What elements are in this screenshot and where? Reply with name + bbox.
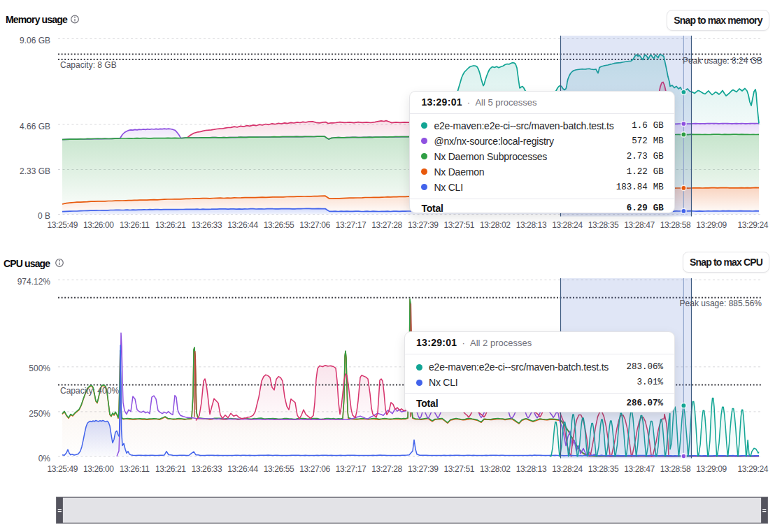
svg-text:13:27:17: 13:27:17 bbox=[336, 220, 367, 230]
svg-text:13:26:44: 13:26:44 bbox=[227, 464, 258, 474]
svg-text:13:27:06: 13:27:06 bbox=[299, 220, 330, 230]
svg-text:13:28:35: 13:28:35 bbox=[588, 464, 619, 474]
svg-text:13:27:28: 13:27:28 bbox=[371, 464, 402, 474]
svg-text:13:26:21: 13:26:21 bbox=[155, 464, 186, 474]
svg-text:Peak usage: 885.56%: Peak usage: 885.56% bbox=[680, 299, 762, 308]
svg-text:4.66 GB: 4.66 GB bbox=[20, 122, 50, 131]
svg-text:13:26:00: 13:26:00 bbox=[83, 464, 114, 474]
svg-text:13:28:58: 13:28:58 bbox=[660, 220, 691, 230]
svg-text:Capacity: 8 GB: Capacity: 8 GB bbox=[60, 60, 117, 70]
svg-text:13:28:02: 13:28:02 bbox=[480, 464, 511, 474]
svg-text:13:27:17: 13:27:17 bbox=[336, 464, 367, 474]
svg-text:13:28:13: 13:28:13 bbox=[516, 220, 547, 230]
svg-text:13:27:51: 13:27:51 bbox=[443, 220, 474, 230]
svg-text:13:27:39: 13:27:39 bbox=[408, 464, 439, 474]
svg-text:13:29:09: 13:29:09 bbox=[696, 220, 727, 230]
svg-text:13:27:39: 13:27:39 bbox=[408, 220, 439, 230]
svg-text:9.06 GB: 9.06 GB bbox=[20, 36, 50, 45]
svg-text:13:26:11: 13:26:11 bbox=[120, 220, 150, 230]
svg-text:500%: 500% bbox=[29, 364, 50, 373]
svg-text:13:27:51: 13:27:51 bbox=[443, 464, 474, 474]
svg-text:0%: 0% bbox=[38, 454, 51, 463]
svg-text:13:28:02: 13:28:02 bbox=[480, 220, 511, 230]
svg-text:13:28:47: 13:28:47 bbox=[624, 464, 655, 474]
svg-text:13:25:49: 13:25:49 bbox=[47, 220, 78, 230]
svg-text:250%: 250% bbox=[29, 409, 50, 419]
svg-text:13:28:35: 13:28:35 bbox=[588, 220, 619, 230]
svg-text:13:25:49: 13:25:49 bbox=[47, 464, 78, 474]
svg-text:13:26:55: 13:26:55 bbox=[264, 464, 294, 474]
svg-text:13:28:24: 13:28:24 bbox=[552, 220, 583, 230]
svg-text:Peak usage: 8.24 GB: Peak usage: 8.24 GB bbox=[683, 56, 762, 66]
svg-text:13:26:11: 13:26:11 bbox=[120, 464, 150, 474]
svg-text:13:27:28: 13:27:28 bbox=[371, 220, 402, 230]
svg-text:Capacity: 400%: Capacity: 400% bbox=[60, 386, 119, 396]
svg-text:13:26:00: 13:26:00 bbox=[83, 220, 114, 230]
svg-text:2.33 GB: 2.33 GB bbox=[20, 166, 50, 176]
svg-text:13:28:13: 13:28:13 bbox=[516, 464, 547, 474]
svg-text:13:29:24: 13:29:24 bbox=[738, 464, 769, 474]
svg-text:13:28:58: 13:28:58 bbox=[660, 464, 691, 474]
svg-text:13:26:21: 13:26:21 bbox=[155, 220, 186, 230]
svg-text:13:26:55: 13:26:55 bbox=[264, 220, 294, 230]
svg-text:13:27:06: 13:27:06 bbox=[299, 464, 330, 474]
svg-text:13:29:09: 13:29:09 bbox=[696, 464, 727, 474]
svg-text:13:26:33: 13:26:33 bbox=[192, 220, 222, 230]
svg-text:974.12%: 974.12% bbox=[17, 277, 51, 287]
svg-text:13:28:24: 13:28:24 bbox=[552, 464, 583, 474]
svg-text:13:26:44: 13:26:44 bbox=[227, 220, 258, 230]
svg-text:13:29:24: 13:29:24 bbox=[738, 220, 769, 230]
svg-text:13:28:47: 13:28:47 bbox=[624, 220, 655, 230]
svg-text:13:26:33: 13:26:33 bbox=[192, 464, 222, 474]
